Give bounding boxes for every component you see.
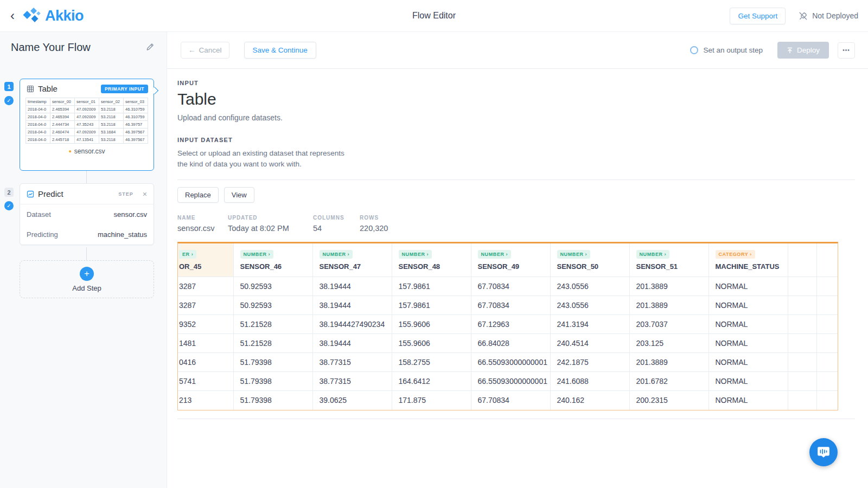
field-value[interactable]: sensor.csv (114, 210, 147, 219)
topbar: ‹ Akkio Flow Editor Get Support Not Depl… (0, 0, 868, 32)
column-header-machine_status[interactable]: CATEGORY›MACHINE_STATUS (709, 243, 788, 277)
info-value: 54 (313, 224, 360, 233)
table-cell: 51.79398 (233, 391, 312, 410)
more-options-button[interactable]: ••• (838, 42, 855, 59)
chat-button[interactable] (809, 438, 838, 466)
info-value: Today at 8:02 PM (228, 224, 313, 233)
save-continue-button[interactable]: Save & Continue (244, 42, 316, 59)
chevron-right-icon: › (506, 252, 508, 257)
step-1-check-icon: ✓ (4, 96, 14, 105)
table-cell-empty (816, 334, 838, 353)
info-value: 220,320 (360, 224, 388, 233)
table-cell: 155.9606 (392, 315, 471, 334)
column-name: MACHINE_STATUS (716, 262, 781, 271)
replace-button[interactable]: Replace (177, 187, 219, 203)
table-cell: 157.9861 (392, 296, 471, 315)
close-icon: × (143, 190, 147, 198)
table-cell: 67.70834 (471, 296, 550, 315)
table-cell: 201.3889 (629, 296, 709, 315)
deploy-status[interactable]: Not Deployed (799, 11, 858, 21)
preview-header-cell: sensor_02 (99, 98, 124, 106)
predict-field-row: Predictingmachine_status (20, 224, 154, 245)
column-type-badge[interactable]: NUMBER› (636, 250, 670, 259)
back-arrow-icon: ← (188, 46, 196, 54)
table-cell: 164.6412 (392, 372, 471, 391)
divider (177, 179, 855, 180)
preview-cell: 47.092009 (75, 106, 99, 113)
table-cell: 0416 (178, 353, 233, 372)
column-header-sensor_49[interactable]: NUMBER›SENSOR_49 (471, 243, 550, 277)
column-type-badge[interactable]: NUMBER› (399, 250, 432, 259)
table-cell: 38.77315 (312, 353, 392, 372)
preview-row: 2018-04-02.46539447.09200953.211846.3107… (26, 113, 148, 121)
column-type-badge[interactable]: NUMBER› (320, 250, 353, 259)
table-cell: 243.0556 (550, 277, 629, 296)
preview-table-body: 2018-04-02.46539447.09200953.211846.3107… (26, 106, 148, 144)
preview-cell: 2.465394 (50, 106, 75, 113)
table-cell: 157.9861 (392, 277, 471, 296)
preview-cell: 2.460474 (50, 129, 75, 136)
akkio-logo[interactable]: Akkio (22, 7, 84, 25)
table-cell-empty (788, 372, 816, 391)
column-type-badge[interactable]: NUMBER› (557, 250, 591, 259)
table-row: 328750.9259338.19444157.986167.70834243.… (178, 296, 838, 315)
add-step-button[interactable]: + Add Step (20, 260, 154, 298)
table-cell-empty (788, 334, 816, 353)
plus-icon: + (80, 267, 94, 281)
table-cell-empty (788, 315, 816, 334)
get-support-button[interactable]: Get Support (730, 8, 786, 24)
column-header-sensor_48[interactable]: NUMBER›SENSOR_48 (392, 243, 471, 277)
edit-flow-name-button[interactable] (144, 41, 156, 54)
cancel-button[interactable]: ← Cancel (181, 42, 229, 59)
step-card-table[interactable]: Table PRIMARY INPUT timestampsensor_00se… (20, 79, 154, 171)
deploy-label: Deploy (797, 46, 820, 54)
table-row: 935251.2152838.1944427490234155.960667.1… (178, 315, 838, 334)
column-header-sensor_51[interactable]: NUMBER›SENSOR_51 (629, 243, 709, 277)
table-cell: 240.162 (550, 391, 629, 410)
preview-cell: 2018-04-0 (26, 121, 50, 129)
preview-table-head: timestampsensor_00sensor_01sensor_02sens… (26, 98, 148, 106)
view-button[interactable]: View (224, 187, 254, 203)
field-value[interactable]: machine_status (98, 230, 147, 239)
table-cell: NORMAL (709, 353, 788, 372)
column-header-or_45[interactable]: ER›OR_45 (178, 243, 233, 277)
preview-table: timestampsensor_00sensor_01sensor_02sens… (25, 98, 148, 144)
remove-step-button[interactable]: × (143, 190, 147, 198)
field-label: Dataset (27, 210, 51, 219)
table-cell-empty (788, 353, 816, 372)
column-header-sensor_46[interactable]: NUMBER›SENSOR_46 (233, 243, 312, 277)
toolbar-right: Set an output step Deploy ••• (690, 42, 855, 59)
info-label: NAME (177, 215, 228, 221)
column-header-sensor_50[interactable]: NUMBER›SENSOR_50 (550, 243, 629, 277)
input-title: Table (177, 90, 855, 108)
predict-field-row: Datasetsensor.csv (20, 204, 154, 224)
ellipsis-icon: ••• (843, 47, 850, 53)
cancel-label: Cancel (199, 46, 222, 54)
dataset-file-row: ● sensor.csv (20, 147, 154, 155)
primary-input-badge: PRIMARY INPUT (101, 85, 148, 93)
column-type-badge[interactable]: CATEGORY› (716, 250, 755, 259)
column-type-badge[interactable]: ER› (179, 250, 196, 259)
data-table-body: 328750.9259338.19444157.986167.70834243.… (178, 277, 838, 410)
table-cell: NORMAL (709, 391, 788, 410)
column-type-badge[interactable]: NUMBER› (478, 250, 512, 259)
dataset-info-item: UPDATEDToday at 8:02 PM (228, 215, 313, 233)
column-type-badge[interactable]: NUMBER› (240, 250, 274, 259)
step-2-number: 2 (4, 188, 14, 197)
back-button[interactable]: ‹ (5, 8, 20, 24)
main-content: INPUT Table Upload and configure dataset… (167, 69, 868, 419)
table-cell: 38.19444 (312, 334, 392, 353)
column-header-empty (816, 243, 838, 277)
preview-cell: 47.092009 (75, 129, 99, 136)
table-cell: 3287 (178, 277, 233, 296)
table-cell: 240.4514 (550, 334, 629, 353)
output-step-radio[interactable] (690, 46, 698, 54)
table-cell: NORMAL (709, 296, 788, 315)
table-row: 574151.7939838.77315164.641266.550930000… (178, 372, 838, 391)
step-card-predict[interactable]: Predict STEP × Datasetsensor.csvPredicti… (20, 183, 154, 245)
deploy-button[interactable]: Deploy (777, 42, 829, 59)
step-2-check-icon: ✓ (4, 201, 14, 210)
preview-cell: 2018-04-0 (26, 136, 50, 144)
column-header-sensor_47[interactable]: NUMBER›SENSOR_47 (312, 243, 392, 277)
data-table-header-row: ER›OR_45NUMBER›SENSOR_46NUMBER›SENSOR_47… (178, 243, 838, 277)
